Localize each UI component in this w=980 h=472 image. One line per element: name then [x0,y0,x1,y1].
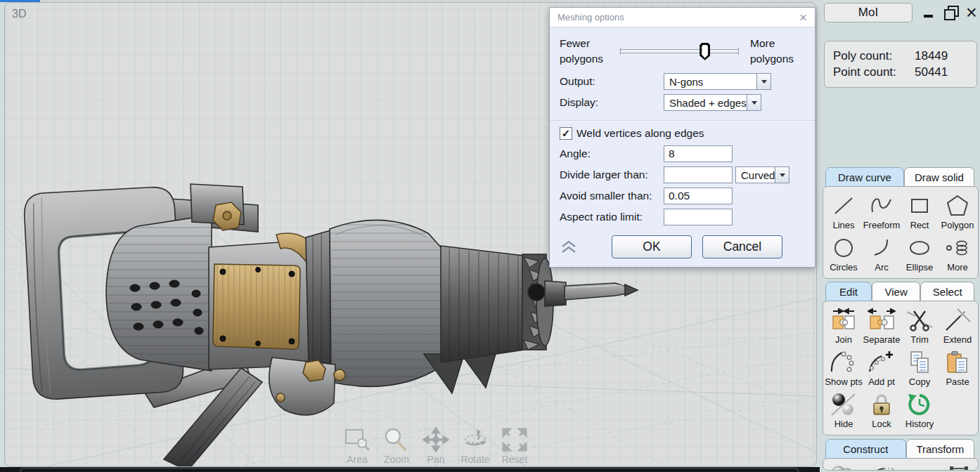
weld-checkbox[interactable]: ✓ [560,127,572,140]
tool-lines[interactable]: Lines [825,191,863,233]
tab-construct[interactable]: Construct [825,439,906,459]
trim-scissors-icon [905,308,934,333]
rotate-icon [462,427,489,452]
minimize-icon[interactable] [922,6,935,20]
meshing-options-dialog: Meshing options × Fewer polygons More po… [549,7,815,268]
viewport-nav: Area Zoom Pan [341,427,531,465]
nav-rotate-button[interactable]: Rotate [459,427,491,465]
tab-select[interactable]: Select [920,282,974,301]
join-icon [830,308,858,333]
display-label: Display: [560,96,664,109]
more-curves-icon [943,236,972,260]
separate-icon [868,308,896,333]
chevron-down-icon[interactable] [747,95,761,110]
construct-panel [823,458,979,471]
divide-larger-input[interactable] [664,166,733,183]
cancel-button[interactable]: Cancel [702,235,782,258]
freeform-icon [868,194,896,218]
nav-area-button[interactable]: Area [341,427,373,465]
tool-extend[interactable]: Extend [939,306,976,348]
chevron-down-icon[interactable] [775,167,789,183]
paste-icon [943,350,972,375]
fillet-icon[interactable] [862,463,901,471]
point-count-label: Point count: [833,65,915,79]
tab-draw-solid[interactable]: Draw solid [904,167,974,187]
stats-panel: Poly count: 18449 Point count: 50441 [824,41,977,88]
tool-trim[interactable]: Trim [901,306,939,348]
tool-separate[interactable]: Separate [863,306,901,348]
app-title-button[interactable]: MoI [824,3,913,22]
dialog-titlebar[interactable]: Meshing options × [550,8,815,27]
offset-icon[interactable] [939,463,978,471]
tool-rect[interactable]: Rect [901,191,939,233]
output-label: Output: [560,75,664,88]
slider-right-label: More polygons [743,36,805,66]
nav-pan-button[interactable]: Pan [420,427,452,465]
pan-icon [423,427,449,452]
tab-transform[interactable]: Transform [906,439,974,459]
tool-add-pt[interactable]: Add pt [863,348,901,390]
tool-more[interactable]: More [939,233,976,275]
reset-icon [501,427,528,452]
sidebar: MoI × Poly count: 18449 Point count: 504… [821,0,980,472]
weld-label: Weld vertices along edges [576,127,704,140]
nav-reset-button[interactable]: Reset [498,427,531,465]
tool-ellipse[interactable]: Ellipse [901,233,939,275]
boolean-icon[interactable] [823,463,862,471]
angle-label: Angle: [560,148,664,160]
poly-count-value: 18449 [915,49,968,63]
aspect-ratio-input[interactable] [664,209,733,225]
circles-icon [830,236,858,260]
dialog-title: Meshing options [557,12,624,22]
tool-copy[interactable]: Copy [901,348,939,390]
polygon-icon [943,194,972,218]
copy-icon [905,350,934,375]
avoid-smaller-input[interactable] [664,188,733,204]
dialog-divider [550,120,815,121]
dialog-close-icon[interactable]: × [799,11,807,24]
tab-edit[interactable]: Edit [825,282,872,301]
aspect-ratio-label: Aspect ratio limit: [560,211,664,223]
poly-count-label: Poly count: [833,49,915,63]
point-count-value: 50441 [915,65,968,79]
close-icon[interactable]: × [966,5,977,20]
arc-icon [868,236,896,260]
tool-circles[interactable]: Circles [825,233,863,275]
extend-icon [943,308,972,333]
restore-icon[interactable] [942,5,960,20]
edit-panel: Join Separate [823,301,979,435]
ok-button[interactable]: OK [612,235,692,258]
lines-icon [830,194,858,218]
output-select[interactable]: N-gons [664,73,771,90]
tool-arc[interactable]: Arc [863,233,901,275]
tool-show-pts[interactable]: Show pts [825,348,863,390]
area-zoom-icon [344,427,370,452]
zoom-icon [383,427,410,452]
tool-hide[interactable]: Hide [825,390,863,432]
tool-history[interactable]: History [901,390,939,432]
add-point-icon [866,350,897,375]
tool-join[interactable]: Join [825,306,863,348]
tool-polygon[interactable]: Polygon [939,191,976,233]
nav-zoom-button[interactable]: Zoom [380,427,413,465]
tab-view[interactable]: View [872,282,920,301]
divide-unit-select[interactable]: Curved [735,166,789,183]
slider-thumb[interactable] [699,43,710,60]
lock-icon [868,392,896,417]
blend-icon[interactable] [901,463,939,471]
display-select[interactable]: Shaded + edges [664,94,761,111]
tool-paste[interactable]: Paste [939,348,976,390]
slider-left-label: Fewer polygons [560,36,616,66]
drill-model [23,184,638,466]
viewport-type-label: 3D [12,8,26,20]
chevron-down-icon[interactable] [756,74,771,89]
polygon-density-slider[interactable] [620,49,739,53]
collapse-chevron-icon[interactable] [560,240,578,255]
tool-lock[interactable]: Lock [863,390,901,432]
ellipse-icon [905,236,934,260]
bottom-command-bar [0,467,820,472]
tool-freeform[interactable]: Freeform [863,191,901,233]
avoid-smaller-label: Avoid smaller than: [560,190,664,202]
tab-draw-curve[interactable]: Draw curve [825,167,904,187]
angle-input[interactable] [664,145,733,162]
